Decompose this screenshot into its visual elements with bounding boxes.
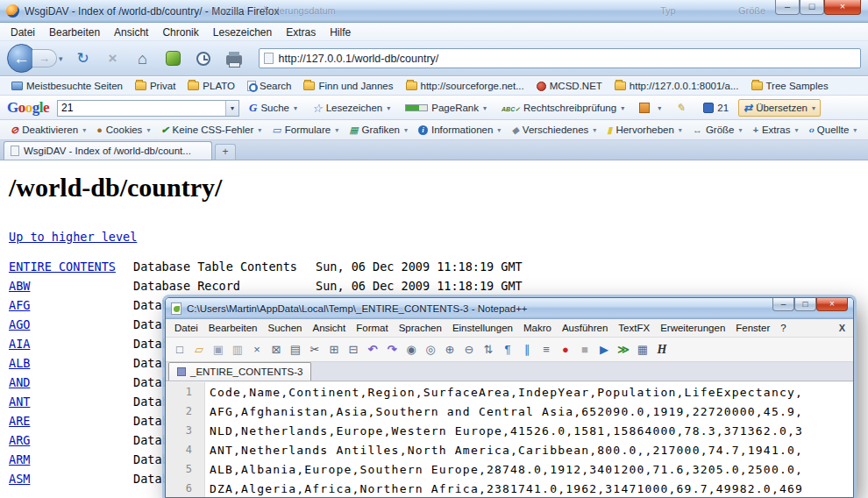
- editor-area[interactable]: 1 Code,Name,Continent,Region,SurfaceArea…: [166, 382, 853, 497]
- notepad-toolbar-icon[interactable]: ◉: [402, 341, 420, 359]
- bookmark-item[interactable]: Tree Samples: [745, 79, 835, 93]
- webdev-menu-button[interactable]: Cookies: [91, 123, 155, 137]
- url-input[interactable]: [274, 52, 856, 66]
- google-toolbar-button[interactable]: PageRank: [400, 100, 492, 116]
- entry-link[interactable]: ARE: [9, 414, 133, 428]
- webdev-menu-button[interactable]: Formulare: [267, 123, 344, 137]
- bookmark-item[interactable]: MCSD.NET: [530, 79, 608, 93]
- notepad-toolbar-icon[interactable]: ↶: [364, 341, 381, 359]
- home-button[interactable]: ⌂: [132, 48, 153, 69]
- forward-button[interactable]: →: [32, 49, 57, 68]
- stop-button[interactable]: ×: [103, 48, 124, 69]
- entry-link[interactable]: ENTIRE CONTENTS: [9, 260, 133, 274]
- notepad-toolbar-icon[interactable]: ●: [557, 341, 574, 359]
- google-toolbar-button[interactable]: Rechtschreibprüfung: [496, 100, 630, 116]
- notepad-maximize-button[interactable]: □: [794, 298, 816, 311]
- close-document-x-button[interactable]: X: [839, 323, 853, 333]
- google-toolbar-button[interactable]: Übersetzen: [738, 99, 821, 117]
- notepad-toolbar-icon[interactable]: ◎: [422, 341, 439, 359]
- notepad-menu-item[interactable]: Datei: [169, 321, 203, 335]
- notepad-toolbar-icon[interactable]: ⊖: [460, 341, 478, 359]
- bookmark-item[interactable]: Search: [241, 79, 297, 93]
- google-toolbar-button[interactable]: Suche: [244, 98, 302, 117]
- notepad-toolbar-icon[interactable]: ×: [248, 341, 266, 359]
- notepad-minimize-button[interactable]: –: [772, 298, 794, 311]
- notepad-toolbar-icon[interactable]: □: [171, 341, 189, 359]
- bookmark-item[interactable]: Privat: [129, 79, 181, 93]
- search-dropdown-icon[interactable]: ▾: [225, 101, 238, 116]
- close-button[interactable]: ×: [824, 0, 861, 15]
- notepad-toolbar-icon[interactable]: ⊠: [267, 341, 285, 359]
- notepad-close-button[interactable]: ×: [816, 298, 848, 311]
- notepad-toolbar-icon[interactable]: ▣: [210, 341, 227, 359]
- webdev-menu-button[interactable]: Grafiken: [344, 123, 413, 137]
- new-tab-button[interactable]: +: [215, 144, 236, 160]
- webdev-menu-button[interactable]: Informationen: [413, 123, 506, 137]
- notepad-toolbar-icon[interactable]: ▦: [634, 341, 651, 359]
- google-toolbar-button[interactable]: Lesezeichen: [307, 99, 395, 117]
- entry-link[interactable]: ARG: [9, 433, 133, 447]
- notepad-menu-item[interactable]: Bearbeiten: [203, 321, 263, 335]
- bookmark-item[interactable]: Meistbesuchte Seiten: [5, 79, 129, 93]
- entry-link[interactable]: AFG: [9, 298, 133, 312]
- entry-link[interactable]: ASM: [9, 472, 133, 486]
- notepad-toolbar-icon[interactable]: ¶: [499, 341, 516, 359]
- google-search-input[interactable]: [58, 101, 225, 116]
- webdev-menu-button[interactable]: Quellte: [804, 123, 863, 137]
- webdev-menu-button[interactable]: Extras: [747, 123, 803, 137]
- google-toolbar-button[interactable]: 21: [698, 100, 734, 116]
- notepad-toolbar-icon[interactable]: H: [653, 341, 671, 359]
- menu-item[interactable]: Bearbeiten: [42, 25, 107, 40]
- notepad-toolbar-icon[interactable]: ▤: [287, 341, 304, 359]
- notepad-menu-item[interactable]: Suchen: [262, 321, 307, 335]
- notepad-toolbar-icon[interactable]: ▱: [190, 341, 208, 359]
- tab-active[interactable]: WsgiDAV - Index of /world-db/count...: [4, 141, 212, 160]
- notepad-menu-item[interactable]: Erweiterungen: [655, 321, 730, 335]
- notepad-toolbar-icon[interactable]: ■: [576, 341, 594, 359]
- print-icon[interactable]: [226, 55, 242, 65]
- google-toolbar-button[interactable]: [671, 99, 694, 117]
- notepad-toolbar-icon[interactable]: ≫: [615, 341, 632, 359]
- webdev-menu-button[interactable]: Keine CSS-Fehler: [155, 123, 267, 137]
- webdev-menu-button[interactable]: Deaktivieren: [5, 123, 91, 137]
- bookmark-item[interactable]: Finn und Jannes: [297, 79, 399, 93]
- notepad-tab-active[interactable]: _ENTIRE_CONTENTS-3: [168, 362, 311, 381]
- menu-item[interactable]: Datei: [4, 25, 42, 40]
- bookmark-item[interactable]: PLATO: [181, 79, 241, 93]
- notepad-toolbar-icon[interactable]: ⊞: [325, 341, 343, 359]
- menu-item[interactable]: Lesezeichen: [206, 25, 279, 40]
- notepad-menu-item[interactable]: Einstellungen: [447, 321, 518, 335]
- notepad-menu-item[interactable]: Ansicht: [308, 321, 352, 335]
- entry-link[interactable]: AGO: [9, 317, 133, 331]
- notepad-toolbar-icon[interactable]: ⊕: [441, 341, 459, 359]
- webdev-menu-button[interactable]: Größe: [687, 123, 748, 137]
- entry-link[interactable]: ABW: [9, 279, 133, 293]
- webdev-menu-button[interactable]: Hervorheben: [601, 123, 687, 137]
- notepad-menu-item[interactable]: Fenster: [730, 321, 775, 335]
- bookmark-item[interactable]: http://127.0.0.1:8001/a...: [608, 79, 745, 93]
- menu-item[interactable]: Extras: [279, 25, 323, 40]
- notepad-menu-item[interactable]: Makro: [518, 321, 557, 335]
- notepad-menu-item[interactable]: Sprachen: [394, 321, 447, 335]
- notepad-toolbar-icon[interactable]: ↷: [383, 341, 401, 359]
- webdev-menu-button[interactable]: Verschiedenes: [506, 123, 601, 137]
- feed-icon[interactable]: [166, 51, 181, 66]
- notepad-menu-item[interactable]: ?: [775, 321, 791, 335]
- bookmark-item[interactable]: http://sourceforge.net...: [400, 79, 530, 93]
- notepad-toolbar-icon[interactable]: ∥: [518, 341, 536, 359]
- notepad-toolbar-icon[interactable]: ✂: [306, 341, 324, 359]
- entry-link[interactable]: AND: [9, 375, 133, 389]
- menu-item[interactable]: Hilfe: [323, 25, 358, 40]
- up-to-higher-level-link[interactable]: Up to higher level: [9, 230, 137, 244]
- minimize-button[interactable]: –: [775, 0, 800, 15]
- notepad-toolbar-icon[interactable]: ▶: [595, 341, 613, 359]
- maximize-button[interactable]: □: [800, 0, 824, 15]
- notepad-menu-item[interactable]: Format: [351, 321, 393, 335]
- notepad-toolbar-icon[interactable]: ▥: [229, 341, 246, 359]
- google-toolbar-button[interactable]: [634, 100, 666, 116]
- menu-item[interactable]: Chronik: [155, 25, 205, 40]
- entry-link[interactable]: AIA: [9, 337, 133, 351]
- history-dropdown-icon[interactable]: ▾: [59, 54, 63, 63]
- history-clock-icon[interactable]: [196, 52, 210, 66]
- notepad-menu-item[interactable]: Ausführen: [557, 321, 613, 335]
